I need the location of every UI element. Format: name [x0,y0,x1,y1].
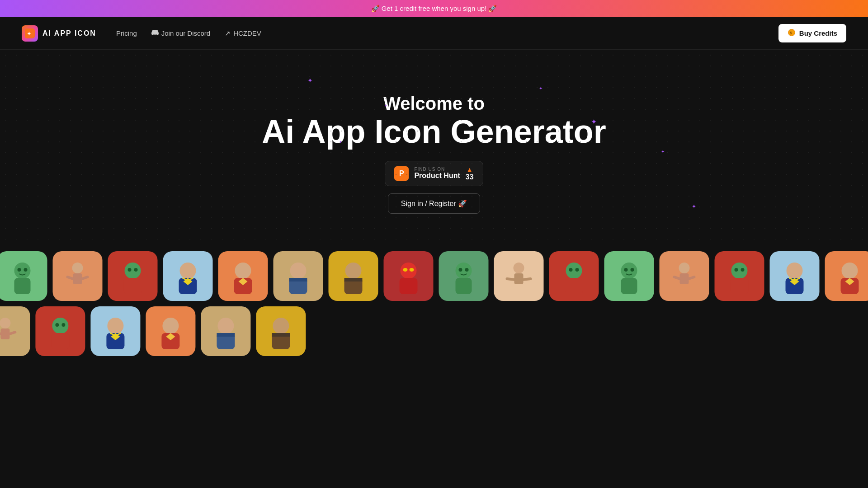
svg-line-11 [80,277,86,279]
icon-row-1 [0,249,864,304]
svg-point-29 [408,268,412,272]
svg-rect-43 [619,278,636,294]
svg-rect-13 [122,278,140,294]
svg-point-149 [274,318,291,334]
svg-line-37 [521,279,529,280]
ph-find-label: FIND US ON [414,167,460,172]
signin-button[interactable]: Sign in / Register 🚀 [388,193,480,214]
star-decoration-5: ✦ [661,149,665,154]
ph-count: ▲ 33 [466,166,474,181]
svg-rect-5 [13,278,29,294]
banner-text: 🚀 Get 1 credit free when you sign up! 🚀 [371,5,497,12]
navbar: ✦ AI APP ICON Pricing Join our Discord ↗… [0,17,868,50]
hczdev-icon: ↗ [225,29,231,38]
star-decoration-7: ✦ [692,203,696,210]
svg-point-41 [574,268,577,272]
logo-text: AI APP ICON [42,29,96,38]
svg-point-7 [22,268,26,272]
svg-point-134 [1,318,12,328]
logo[interactable]: ✦ AI APP ICON [22,25,96,42]
svg-line-137 [11,332,17,334]
discord-icon [151,29,159,38]
svg-point-53 [739,268,743,272]
svg-point-12 [123,263,139,279]
svg-point-8 [71,263,81,273]
svg-point-54 [785,263,801,279]
svg-point-33 [463,268,467,272]
svg-point-140 [57,323,61,327]
ph-name: Product Hunt [414,172,460,180]
svg-point-146 [219,318,236,334]
nav-links: Pricing Join our Discord ↗ HCZDEV [111,25,267,41]
svg-point-44 [623,268,626,272]
svg-point-23 [344,263,360,279]
hczdev-link[interactable]: ↗ HCZDEV [219,26,267,41]
svg-point-141 [63,323,67,327]
promo-banner: 🚀 Get 1 credit free when you sign up! 🚀 [0,0,868,17]
signin-label: Sign in / Register 🚀 [401,200,467,207]
buy-credits-button[interactable]: $ Buy Credits [778,24,846,42]
svg-point-56 [840,263,856,279]
svg-point-40 [567,268,571,272]
star-decoration-1: ✦ [307,77,313,84]
svg-text:✦: ✦ [27,30,32,37]
ph-arrow-icon: ▲ [467,166,473,173]
svg-point-30 [454,263,470,279]
svg-point-20 [288,263,305,279]
svg-rect-39 [563,278,581,294]
discord-label: Join our Discord [161,29,210,37]
svg-rect-51 [729,278,747,294]
svg-line-36 [505,279,514,280]
svg-rect-151 [274,333,292,337]
product-hunt-badge[interactable]: P FIND US ON Product Hunt ▲ 33 [385,161,483,186]
svg-line-136 [0,332,2,334]
ph-text: FIND US ON Product Hunt [414,167,460,180]
svg-point-16 [178,263,194,279]
hero-section: ✦ ✦ ✦ ✦ ✦ ✦ ✦ Welcome to Ai App Icon Gen… [0,50,868,239]
svg-point-4 [13,263,29,279]
svg-point-42 [619,263,636,279]
star-decoration-2: ✦ [539,86,542,91]
svg-point-15 [132,268,136,272]
svg-rect-22 [288,278,306,282]
ph-icon: P [394,166,409,181]
svg-point-38 [564,263,580,279]
svg-point-28 [401,268,406,272]
svg-rect-27 [398,278,416,294]
svg-rect-139 [53,333,71,349]
ph-number: 33 [466,173,474,181]
svg-point-14 [126,268,130,272]
svg-point-138 [54,318,70,334]
credits-coin-icon: $ [788,28,796,38]
svg-rect-31 [454,278,470,294]
svg-point-142 [109,318,125,334]
svg-text:$: $ [790,31,792,35]
discord-link[interactable]: Join our Discord [146,25,216,41]
hczdev-label: HCZDEV [233,29,261,37]
svg-line-48 [673,277,678,279]
svg-point-52 [733,268,736,272]
svg-rect-148 [218,333,236,337]
svg-point-26 [399,263,415,279]
svg-point-45 [629,268,632,272]
hero-subtitle: Welcome to [383,94,485,114]
buy-credits-label: Buy Credits [799,29,837,37]
hero-title: Ai App Icon Generator [262,114,606,150]
svg-point-50 [730,263,746,279]
svg-point-18 [233,263,250,279]
svg-point-34 [512,263,523,273]
svg-line-49 [687,277,693,279]
svg-point-46 [677,263,688,273]
logo-icon: ✦ [22,25,38,42]
svg-rect-25 [343,278,361,282]
svg-point-144 [164,318,180,334]
svg-line-10 [66,277,71,279]
pricing-link[interactable]: Pricing [111,26,142,41]
pricing-label: Pricing [116,29,137,37]
svg-point-32 [457,268,461,272]
svg-point-6 [16,268,19,272]
icon-gallery [0,249,868,359]
